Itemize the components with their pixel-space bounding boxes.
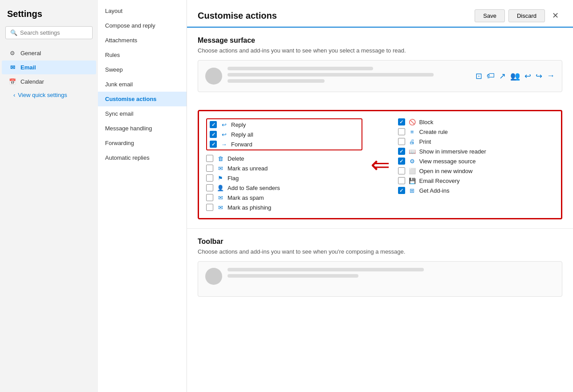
- discard-button[interactable]: Discard: [508, 9, 545, 22]
- compose-line-2: [228, 274, 358, 278]
- main-header: Customise actions Save Discard ✕: [187, 0, 573, 28]
- msg-icon-reply[interactable]: ↩: [524, 71, 531, 81]
- checkbox-new-window[interactable]: [398, 167, 405, 174]
- checkbox-spam[interactable]: [206, 194, 213, 201]
- sidebar-item-general[interactable]: ⚙ General: [2, 46, 96, 60]
- phishing-icon: ✉: [217, 204, 224, 211]
- action-new-window: ⬜ Open in new window: [398, 167, 554, 174]
- msg-icon-calendar[interactable]: ⊡: [475, 71, 482, 81]
- toolbar-title: Toolbar: [198, 238, 562, 246]
- close-button[interactable]: ✕: [549, 9, 562, 22]
- checkbox-block[interactable]: [398, 118, 405, 125]
- nav-auto-replies[interactable]: Automatic replies: [98, 150, 187, 165]
- action-reply: ↩ Reply: [210, 121, 359, 128]
- nav-forwarding[interactable]: Forwarding: [98, 136, 187, 150]
- sidebar-item-calendar[interactable]: 📅 Calendar: [2, 75, 96, 89]
- action-flag: ⚑ Flag: [206, 174, 362, 182]
- nav-customise[interactable]: Customise actions: [98, 92, 187, 106]
- nav-junk[interactable]: Junk email: [98, 77, 187, 92]
- action-reply-all: ↩ Reply all: [210, 131, 359, 138]
- checkbox-addins[interactable]: [398, 187, 405, 194]
- header-buttons: Save Discard ✕: [475, 9, 562, 22]
- compose-preview: [198, 261, 562, 297]
- action-addins: ⊞ Get Add-ins: [398, 187, 554, 194]
- nav-sweep[interactable]: Sweep: [98, 62, 187, 77]
- create-rule-label: Create rule: [419, 129, 448, 135]
- create-rule-icon: ≡: [409, 129, 416, 135]
- checkbox-flag[interactable]: [206, 174, 213, 182]
- new-window-label: Open in new window: [419, 168, 473, 174]
- checkbox-safe-senders[interactable]: [206, 184, 213, 191]
- forward-icon: →: [220, 141, 228, 148]
- reply-icon: ↩: [220, 121, 228, 128]
- msg-icon-fwd[interactable]: →: [547, 71, 555, 81]
- nav-sync[interactable]: Sync email: [98, 106, 187, 121]
- checkbox-reply[interactable]: [210, 121, 217, 128]
- checkbox-view-source[interactable]: [398, 158, 405, 165]
- msg-icon-tag[interactable]: 🏷: [487, 71, 495, 81]
- msg-icon-reply-all[interactable]: ↪: [536, 71, 542, 81]
- nav-message-handling[interactable]: Message handling: [98, 121, 187, 136]
- reply-label: Reply: [231, 121, 246, 128]
- print-icon: 🖨: [409, 138, 416, 145]
- email-icon: ✉: [9, 64, 16, 71]
- search-icon: 🔍: [10, 29, 17, 36]
- recovery-label: Email Recovery: [419, 178, 460, 184]
- addins-icon: ⊞: [409, 187, 416, 194]
- reply-all-label: Reply all: [231, 131, 253, 138]
- checkbox-create-rule[interactable]: [398, 128, 405, 135]
- action-recovery: 💾 Email Recovery: [398, 177, 554, 184]
- spam-icon: ✉: [217, 194, 224, 201]
- app-title: Settings: [0, 5, 98, 26]
- sidebar-item-label-email: Email: [20, 64, 36, 71]
- checkbox-print[interactable]: [398, 138, 405, 145]
- view-source-icon: ⚙: [409, 158, 416, 165]
- message-action-icons: ⊡ 🏷 ↗ 👥 ↩ ↪ →: [475, 71, 555, 81]
- toolbar-desc: Choose actions and add-ins you want to s…: [198, 248, 562, 255]
- safe-senders-label: Add to Safe senders: [228, 185, 280, 191]
- nav-compose[interactable]: Compose and reply: [98, 18, 187, 33]
- search-input[interactable]: [20, 29, 88, 36]
- flag-label: Flag: [228, 175, 239, 182]
- checkbox-immersive[interactable]: [398, 148, 405, 155]
- big-arrow-icon: ⇒: [370, 153, 390, 176]
- msg-icon-forward-msg[interactable]: ↗: [499, 71, 506, 81]
- checkbox-phishing[interactable]: [206, 204, 213, 211]
- spam-label: Mark as spam: [228, 194, 264, 201]
- search-box[interactable]: 🔍: [5, 26, 93, 39]
- checkbox-delete[interactable]: [206, 155, 213, 162]
- delete-label: Delete: [228, 155, 244, 162]
- reply-group-box: ↩ Reply ↩ Reply all → Forward: [206, 118, 362, 150]
- nav-attachments[interactable]: Attachments: [98, 33, 187, 48]
- action-print: 🖨 Print: [398, 138, 554, 145]
- block-label: Block: [419, 119, 434, 125]
- message-preview: ⊡ 🏷 ↗ 👥 ↩ ↪ →: [198, 60, 562, 92]
- left-actions-col: ↩ Reply ↩ Reply all → Forward: [206, 118, 362, 211]
- right-actions-col: 🚫 Block ≡ Create rule 🖨 Print 📖 Show in: [398, 118, 554, 211]
- msg-icon-people[interactable]: 👥: [510, 71, 520, 81]
- checkbox-mark-unread[interactable]: [206, 165, 213, 172]
- nav-panel: Layout Compose and reply Attachments Rul…: [98, 0, 187, 392]
- action-phishing: ✉ Mark as phishing: [206, 204, 362, 211]
- mark-unread-icon: ✉: [217, 165, 224, 172]
- nav-layout[interactable]: Layout: [98, 4, 187, 18]
- new-window-icon: ⬜: [409, 168, 416, 174]
- mark-unread-label: Mark as unread: [228, 165, 268, 172]
- save-button[interactable]: Save: [475, 9, 505, 22]
- view-quick-settings[interactable]: ‹ View quick settings: [0, 89, 98, 101]
- safe-senders-icon: 👤: [217, 185, 224, 191]
- action-spam: ✉ Mark as spam: [206, 194, 362, 201]
- message-lines: [228, 67, 470, 85]
- toolbar-section: Toolbar Choose actions and add-ins you w…: [187, 228, 573, 306]
- sidebar-item-email[interactable]: ✉ Email: [2, 61, 96, 74]
- checkbox-recovery[interactable]: [398, 177, 405, 184]
- action-view-source: ⚙ View message source: [398, 158, 554, 165]
- nav-rules[interactable]: Rules: [98, 48, 187, 62]
- checkbox-reply-all[interactable]: [210, 131, 217, 138]
- msg-line-2: [228, 73, 434, 77]
- message-surface-title: Message surface: [198, 36, 562, 44]
- print-label: Print: [419, 138, 431, 145]
- avatar: [205, 68, 222, 85]
- sidebar-item-label-general: General: [20, 50, 41, 57]
- checkbox-forward[interactable]: [210, 141, 217, 148]
